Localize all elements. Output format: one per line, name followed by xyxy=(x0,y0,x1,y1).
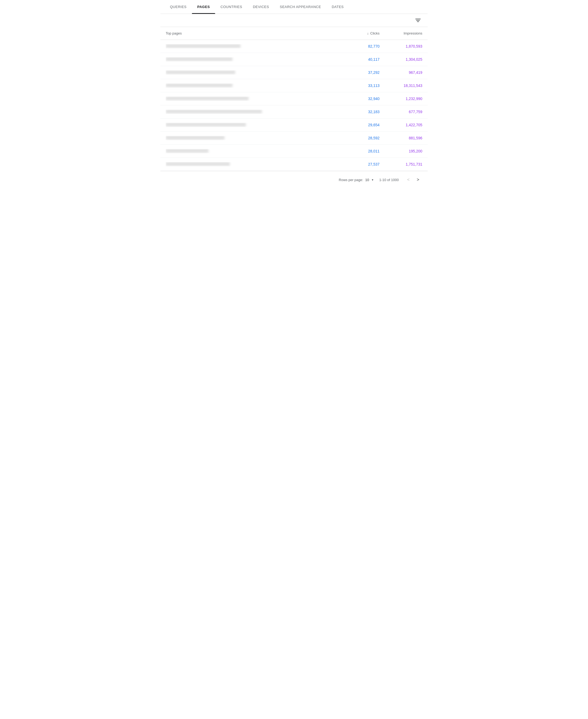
tabs-nav: QUERIES PAGES COUNTRIES DEVICES SEARCH A… xyxy=(160,0,428,14)
table-row: https://example.com/social-media-path 40… xyxy=(160,53,428,66)
clicks-cell: 29,654 xyxy=(337,123,380,127)
page-range: 1-10 of 1000 xyxy=(379,178,399,182)
toolbar xyxy=(160,14,428,27)
table-header: Top pages ↓ Clicks Impressions xyxy=(160,27,428,40)
blurred-url: https://example.com/how-to-get-popular-s… xyxy=(166,123,246,126)
impressions-cell: 1,870,593 xyxy=(380,44,422,48)
impressions-cell: 1,232,990 xyxy=(380,97,422,101)
filter-line-2 xyxy=(416,20,420,21)
impressions-cell: 967,419 xyxy=(380,71,422,75)
table-row: https://example.com/top-content-blog 37,… xyxy=(160,66,428,79)
table-row: https://example.com/instagram-path 28,59… xyxy=(160,132,428,145)
clicks-cell: 32,183 xyxy=(337,110,380,114)
blurred-url: https://example.com/some-sample-path xyxy=(166,44,240,48)
blurred-url: https://example.com/top-seo-hashtags xyxy=(166,162,230,166)
tab-pages[interactable]: PAGES xyxy=(192,0,215,14)
blurred-url: https://example.com/top-content-blog xyxy=(166,71,235,74)
impressions-cell: 1,304,025 xyxy=(380,57,422,61)
page-navigation: < > xyxy=(404,176,422,184)
clicks-cell: 32,940 xyxy=(337,97,380,101)
table-row: https://example.com/top-popular-internet… xyxy=(160,105,428,119)
page-url-cell[interactable]: https://example.com/social-media-path xyxy=(166,57,337,61)
blurred-url: https://example.com/social-media-path xyxy=(166,57,233,61)
impressions-cell: 1,422,705 xyxy=(380,123,422,127)
filter-button[interactable] xyxy=(414,17,422,23)
impressions-cell: 881,596 xyxy=(380,136,422,140)
column-clicks-label: Clicks xyxy=(370,31,380,35)
data-table: Top pages ↓ Clicks Impressions https://e… xyxy=(160,27,428,171)
sort-arrow-icon: ↓ xyxy=(367,32,369,35)
tab-search-appearance[interactable]: SEARCH APPEARANCE xyxy=(274,0,326,14)
table-row: https://example.com/how-to-get-popular-s… xyxy=(160,119,428,132)
prev-page-button[interactable]: < xyxy=(404,176,413,184)
page-url-cell[interactable]: https://example.com/how-to-get-popular-s… xyxy=(166,123,337,127)
table-row: https://example.com/top-seo-hashtags 27,… xyxy=(160,158,428,171)
table-row: https://example.com/how-to-get-popular-v… xyxy=(160,92,428,105)
rows-per-page-label: Rows per page: xyxy=(339,178,363,182)
impressions-cell: 677,759 xyxy=(380,110,422,114)
table-body: https://example.com/some-sample-path 82,… xyxy=(160,40,428,171)
column-header-page: Top pages xyxy=(166,31,337,35)
clicks-cell: 33,113 xyxy=(337,83,380,88)
tab-queries[interactable]: QUERIES xyxy=(165,0,192,14)
tab-countries[interactable]: COUNTRIES xyxy=(215,0,248,14)
page-url-cell[interactable]: https://example.com/top-popular-result xyxy=(166,83,337,88)
blurred-url: https://example.com/instagram-path xyxy=(166,136,225,140)
page-url-cell[interactable]: https://example.com/top-content-blog xyxy=(166,71,337,75)
blurred-url: https://example.com/top-popular-internet… xyxy=(166,110,262,114)
clicks-cell: 28,592 xyxy=(337,136,380,140)
column-header-impressions[interactable]: Impressions xyxy=(380,31,422,35)
table-row: https://example.com/some-sample-path 82,… xyxy=(160,40,428,53)
next-page-button[interactable]: > xyxy=(414,176,422,184)
filter-line-3 xyxy=(417,21,419,22)
page-url-cell[interactable]: https://example.com/some-sample-path xyxy=(166,44,337,48)
blurred-url: https://example.com/how-to-get-popular-v… xyxy=(166,97,249,100)
table-row: https://example.com/top-popular-result 3… xyxy=(160,79,428,92)
page-url-cell[interactable]: https://example.com/top-seo-hashtags xyxy=(166,162,337,166)
clicks-cell: 82,770 xyxy=(337,44,380,48)
table-row: https://example.com/ 28,011 195,200 xyxy=(160,145,428,158)
clicks-cell: 37,292 xyxy=(337,71,380,75)
page-url-cell[interactable]: https://example.com/how-to-get-popular-v… xyxy=(166,97,337,101)
rows-per-page-control: Rows per page: 10 ▼ xyxy=(339,178,374,182)
rows-per-page-value: 10 xyxy=(365,178,369,182)
tab-devices[interactable]: DEVICES xyxy=(248,0,274,14)
filter-line-1 xyxy=(415,19,421,19)
clicks-cell: 28,011 xyxy=(337,149,380,153)
page-url-cell[interactable]: https://example.com/ xyxy=(166,149,337,153)
blurred-url: https://example.com/ xyxy=(166,149,208,153)
impressions-cell: 1,751,731 xyxy=(380,162,422,166)
pagination: Rows per page: 10 ▼ 1-10 of 1000 < > xyxy=(160,171,428,188)
column-header-clicks[interactable]: ↓ Clicks xyxy=(337,31,380,35)
rows-dropdown-arrow-icon[interactable]: ▼ xyxy=(371,178,374,181)
clicks-cell: 27,537 xyxy=(337,162,380,166)
tab-dates[interactable]: DATES xyxy=(326,0,349,14)
page-url-cell[interactable]: https://example.com/top-popular-internet… xyxy=(166,110,337,114)
impressions-cell: 195,200 xyxy=(380,149,422,153)
blurred-url: https://example.com/top-popular-result xyxy=(166,83,233,87)
clicks-cell: 40,117 xyxy=(337,57,380,61)
page-url-cell[interactable]: https://example.com/instagram-path xyxy=(166,136,337,140)
impressions-cell: 18,311,543 xyxy=(380,83,422,88)
